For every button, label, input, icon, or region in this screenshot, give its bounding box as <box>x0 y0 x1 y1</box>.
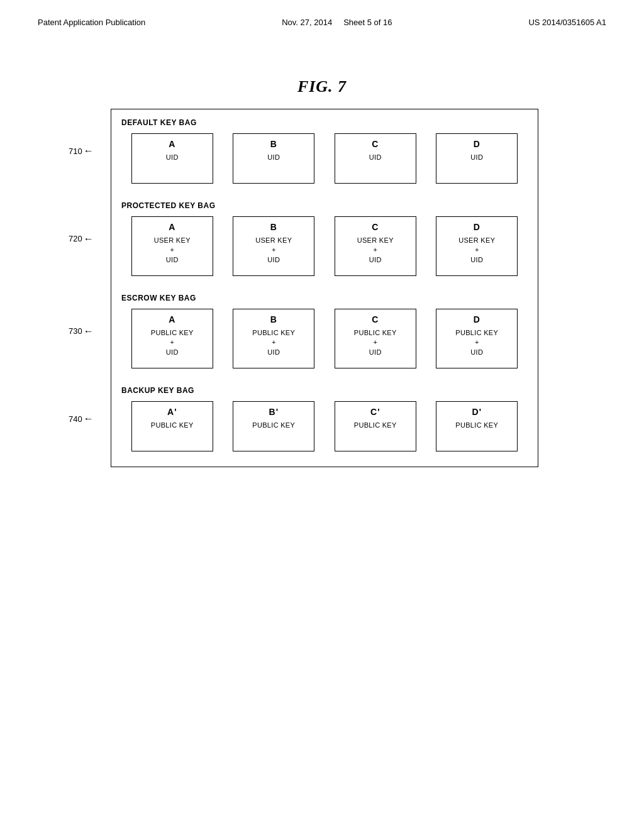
header-date: Nov. 27, 2014 <box>282 18 332 27</box>
key-box-720-D: D USER KEY + UID <box>436 216 518 276</box>
key-letter: B <box>270 139 277 149</box>
key-box-710-D: D UID <box>436 133 518 184</box>
key-letter: A' <box>167 407 177 417</box>
diagram-container: DEFAULT KEY BAG A UID B UID C UID <box>0 109 644 467</box>
side-label-740: 740← <box>69 413 94 424</box>
side-labels-column <box>106 109 111 128</box>
key-box-740-D: D' PUBLIC KEY <box>436 401 518 451</box>
key-box-730-A: A PUBLIC KEY + UID <box>131 309 213 368</box>
key-letter: B <box>270 314 277 324</box>
key-row-710: A UID B UID C UID D UID <box>121 133 528 184</box>
key-content: USER KEY + UID <box>357 236 394 265</box>
key-content: UID <box>369 153 382 162</box>
key-letter: A <box>169 139 175 149</box>
key-box-710-A: A UID <box>131 133 213 184</box>
key-row-720: A USER KEY + UID B USER KEY + UID C USER… <box>121 216 528 276</box>
key-box-740-A: A' PUBLIC KEY <box>131 401 213 451</box>
key-content: USER KEY + UID <box>154 236 191 265</box>
bag-label-740: BACKUP KEY BAG <box>121 386 528 395</box>
key-content: PUBLIC KEY + UID <box>252 328 295 357</box>
side-label-730: 730← <box>69 326 94 337</box>
key-box-710-B: B UID <box>233 133 314 184</box>
key-content: PUBLIC KEY + UID <box>354 328 397 357</box>
key-content: PUBLIC KEY <box>252 421 295 430</box>
key-letter: D <box>474 314 480 324</box>
side-label-720: 720← <box>69 233 94 245</box>
key-content: USER KEY + UID <box>458 236 495 265</box>
section-720: PROCTECTED KEY BAG A USER KEY + UID B US… <box>111 192 538 285</box>
key-letter: A <box>169 314 175 324</box>
key-letter: A <box>169 222 175 232</box>
section-740: BACKUP KEY BAG A' PUBLIC KEY B' PUBLIC K… <box>111 377 538 460</box>
figure-title: FIG. 7 <box>0 77 644 96</box>
key-content: UID <box>166 153 179 162</box>
key-letter: D <box>474 222 480 232</box>
key-letter: B' <box>269 407 279 417</box>
key-box-730-C: C PUBLIC KEY + UID <box>335 309 416 368</box>
section-730: ESCROW KEY BAG A PUBLIC KEY + UID B PUBL… <box>111 285 538 377</box>
key-content: UID <box>470 153 483 162</box>
header-left: Patent Application Publication <box>38 18 145 27</box>
key-letter: C <box>372 139 379 149</box>
side-label-710: 710← <box>69 145 94 157</box>
key-row-740: A' PUBLIC KEY B' PUBLIC KEY C' PUBLIC KE… <box>121 401 528 451</box>
key-box-740-C: C' PUBLIC KEY <box>335 401 416 451</box>
header-center: Nov. 27, 2014 Sheet 5 of 16 <box>282 18 392 27</box>
page-header: Patent Application Publication Nov. 27, … <box>0 0 644 27</box>
key-letter: C <box>372 222 379 232</box>
key-content: PUBLIC KEY <box>354 421 397 430</box>
key-content: PUBLIC KEY + UID <box>455 328 498 357</box>
key-content: PUBLIC KEY + UID <box>151 328 194 357</box>
section-710: DEFAULT KEY BAG A UID B UID C UID <box>111 109 538 192</box>
key-letter: D <box>474 139 480 149</box>
header-right: US 2014/0351605 A1 <box>528 18 606 27</box>
bag-label-710: DEFAULT KEY BAG <box>121 118 528 127</box>
key-box-710-C: C UID <box>335 133 416 184</box>
key-box-740-B: B' PUBLIC KEY <box>233 401 314 451</box>
key-box-730-B: B PUBLIC KEY + UID <box>233 309 314 368</box>
key-content: PUBLIC KEY <box>455 421 498 430</box>
key-box-720-B: B USER KEY + UID <box>233 216 314 276</box>
key-letter: C' <box>370 407 380 417</box>
key-content: UID <box>267 153 280 162</box>
key-letter: C <box>372 314 379 324</box>
key-box-730-D: D PUBLIC KEY + UID <box>436 309 518 368</box>
bag-label-720: PROCTECTED KEY BAG <box>121 201 528 210</box>
key-letter: B <box>270 222 277 232</box>
key-letter: D' <box>472 407 482 417</box>
key-content: PUBLIC KEY <box>151 421 194 430</box>
header-sheet: Sheet 5 of 16 <box>343 18 392 27</box>
main-diagram-box: DEFAULT KEY BAG A UID B UID C UID <box>111 109 538 467</box>
key-box-720-A: A USER KEY + UID <box>131 216 213 276</box>
key-row-730: A PUBLIC KEY + UID B PUBLIC KEY + UID C … <box>121 309 528 368</box>
bag-label-730: ESCROW KEY BAG <box>121 294 528 302</box>
key-content: USER KEY + UID <box>255 236 292 265</box>
key-box-720-C: C USER KEY + UID <box>335 216 416 276</box>
